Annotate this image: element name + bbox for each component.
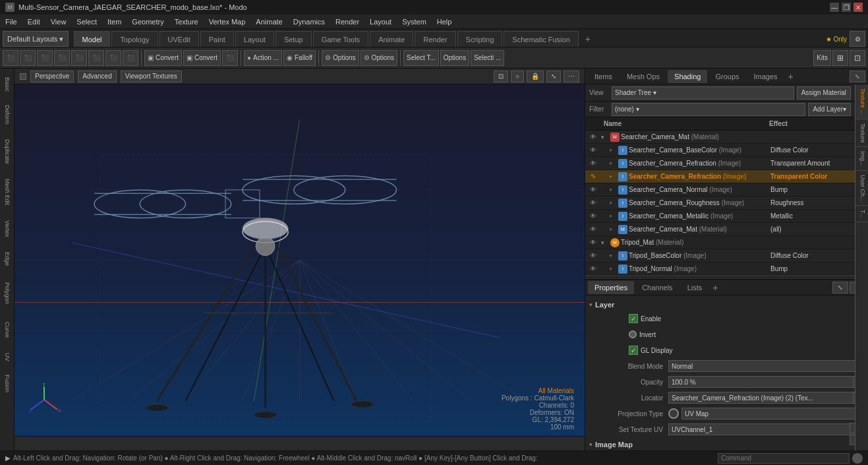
shader-row-9[interactable]: 👁 + I Tripod_BaseColor (Image) Diffuse C… [585, 249, 868, 263]
sidebar-item-vertex[interactable]: Vertex [3, 212, 12, 245]
sidebar-item-curve[interactable]: Curve [3, 313, 12, 346]
panel-expand-button[interactable]: ⤡ [850, 71, 865, 82]
select-t-button[interactable]: Select T... [403, 50, 439, 66]
eye-icon-5[interactable]: 👁 [587, 197, 600, 210]
command-input[interactable] [718, 453, 850, 464]
panel-tab-mesh-ops[interactable]: Mesh Ops [620, 70, 666, 83]
maximize-button[interactable]: ❐ [842, 3, 851, 12]
action-button[interactable]: ● Action ... [244, 50, 282, 66]
sidebar-item-duplicate[interactable]: Duplicate [3, 132, 12, 171]
close-button[interactable]: ✕ [854, 3, 863, 12]
eye-icon-1[interactable]: 👁 [587, 144, 600, 157]
sidebar-item-deform[interactable]: Deform [3, 98, 12, 131]
eye-icon-10[interactable]: 👁 [587, 263, 600, 276]
falloff-button[interactable]: ◉ Falloff [283, 50, 316, 66]
sidebar-item-uv[interactable]: UV [3, 347, 12, 367]
right-tab-user-ch[interactable]: User Ch... [855, 171, 868, 206]
opacity-input[interactable]: 100.0 % [668, 376, 854, 388]
eye-icon-0[interactable]: 👁 [587, 131, 600, 144]
eye-icon-8[interactable]: 👁 [587, 236, 600, 249]
viewport-mode-btn[interactable]: ⊡ [850, 50, 865, 66]
shader-row-6[interactable]: 👁 + I Searcher_Camera_Metallic (Image) M… [585, 210, 868, 223]
shader-row-8[interactable]: 👁 ▾ M Tripod_Mat (Material) ▾ [585, 236, 868, 249]
menu-dynamics[interactable]: Dynamics [288, 15, 330, 29]
shader-row-4[interactable]: 👁 + I Searcher_Camera_Normal (Image) Bum… [585, 183, 868, 197]
tool-select[interactable]: ⬛ [3, 50, 18, 66]
image-map-section[interactable]: ▾ Image Map [589, 438, 864, 450]
menu-select[interactable]: Select [71, 15, 102, 29]
viewport-fit-button[interactable]: ⊡ [494, 71, 508, 82]
tab-model[interactable]: Model [74, 31, 111, 47]
eye-icon-7[interactable]: 👁 [587, 223, 600, 236]
projection-radio[interactable] [668, 408, 679, 419]
shader-row-5[interactable]: 👁 + I Searcher_Camera_Roughness (Image) … [585, 197, 868, 210]
menu-texture[interactable]: Texture [169, 15, 204, 29]
eye-icon-2[interactable]: 👁 [587, 157, 600, 170]
tab-paint[interactable]: Paint [200, 31, 234, 47]
tab-scripting[interactable]: Scripting [457, 31, 503, 47]
transform-button[interactable]: ⬛ [222, 50, 238, 66]
convert-button-2[interactable]: ▣ Convert [183, 50, 221, 66]
eye-icon-6[interactable]: 👁 [587, 210, 600, 223]
viewport-shading-select[interactable]: Advanced [78, 71, 116, 82]
options-button-1[interactable]: ⚙ Options [322, 50, 359, 66]
kits-button[interactable]: Kits [813, 50, 831, 66]
filter-dropdown[interactable]: (none) ▾ [612, 103, 805, 116]
menu-file[interactable]: File [0, 15, 22, 29]
set-texture-dropdown[interactable]: UVChannel_1 ▾ [668, 423, 864, 435]
settings-button[interactable]: ⚙ [850, 31, 865, 47]
gl-display-checkbox[interactable]: ✓ [629, 346, 638, 355]
minimize-button[interactable]: — [830, 3, 839, 12]
right-tab-t[interactable]: T... [855, 206, 868, 222]
shader-row-7[interactable]: 👁 + M Searcher_Camera_Mat (Material) (al… [585, 223, 868, 236]
add-panel-tab[interactable]: + [786, 71, 796, 82]
prop-tab-lists[interactable]: Lists [681, 281, 709, 294]
viewport-lock-button[interactable]: 🔒 [527, 71, 544, 82]
sidebar-item-fusion[interactable]: Fusion [3, 367, 12, 400]
tab-uvedit[interactable]: UVEdit [159, 31, 199, 47]
sidebar-item-basic[interactable]: Basic [3, 71, 12, 98]
panel-tab-items[interactable]: Items [588, 70, 619, 83]
prop-tab-properties[interactable]: Properties [588, 281, 634, 294]
eye-icon-9[interactable]: 👁 [587, 249, 600, 263]
viewport-frame-button[interactable]: ○ [511, 71, 524, 82]
shader-row-3[interactable]: ✎ + I Searcher_Camera_Refraction (Image)… [585, 170, 868, 183]
tab-topology[interactable]: Topology [111, 31, 158, 47]
menu-edit[interactable]: Edit [22, 15, 45, 29]
sidebar-item-edge[interactable]: Edge [3, 246, 12, 272]
invert-radio[interactable] [629, 330, 637, 338]
add-tab-button[interactable]: + [580, 31, 596, 47]
blend-mode-dropdown[interactable]: Normal ▾ [668, 360, 864, 372]
layout-dropdown[interactable]: Default Layouts ▾ [3, 31, 69, 47]
tool-4[interactable]: ⬛ [88, 50, 104, 66]
selecti-button[interactable]: Selecti ... [471, 50, 504, 66]
expand-0[interactable]: ▾ [601, 134, 609, 140]
tool-rotate[interactable]: ⬛ [37, 50, 53, 66]
menu-vertex-map[interactable]: Vertex Map [204, 15, 251, 29]
shader-row-0[interactable]: 👁 ▾ M Searcher_Camera_Mat (Material) ▾ [585, 131, 868, 144]
menu-geometry[interactable]: Geometry [127, 15, 169, 29]
menu-item[interactable]: Item [102, 15, 127, 29]
locator-value[interactable]: Searcher_Camera_Refraction (Image) (2) (… [668, 392, 854, 404]
tab-layout[interactable]: Layout [235, 31, 274, 47]
options-button-3[interactable]: Options [440, 50, 469, 66]
menu-view[interactable]: View [45, 15, 72, 29]
viewport-expand-button[interactable]: ⤡ [546, 71, 561, 82]
sidebar-item-polygon[interactable]: Polygon [3, 273, 12, 313]
tool-5[interactable]: ⬛ [105, 50, 121, 66]
eye-icon-4[interactable]: 👁 [587, 183, 600, 197]
right-tab-img[interactable]: Img... [855, 147, 868, 171]
expand-8[interactable]: ▾ [601, 239, 609, 246]
layer-section-header[interactable]: ▾ Layer [589, 298, 864, 311]
viewport-menu-button[interactable]: ⋯ [564, 71, 579, 82]
tab-render[interactable]: Render [415, 31, 455, 47]
tab-game-tools[interactable]: Game Tools [313, 31, 369, 47]
tool-6[interactable]: ⬛ [123, 50, 138, 66]
enable-checkbox[interactable]: ✓ [629, 314, 638, 323]
shader-row-2[interactable]: 👁 + I Searcher_Camera_Refraction (Image)… [585, 157, 868, 170]
tool-3[interactable]: ⬛ [71, 50, 87, 66]
right-tab-texture-1[interactable]: Texture ... [855, 84, 868, 119]
convert-button-1[interactable]: ▣ Convert [144, 50, 182, 66]
panel-tab-shading[interactable]: Shading [668, 70, 707, 83]
menu-render[interactable]: Render [330, 15, 364, 29]
